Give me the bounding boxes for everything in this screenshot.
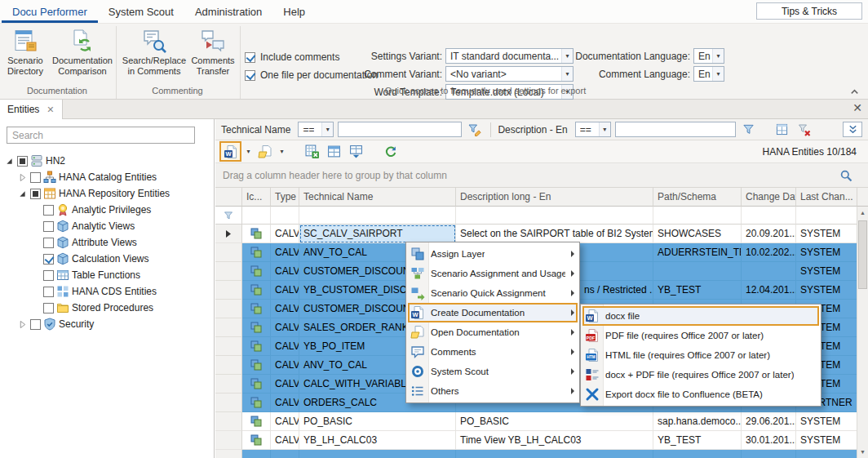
vertical-scrollbar[interactable]: ▲ ▼: [857, 207, 868, 458]
tree-checkbox[interactable]: [43, 287, 54, 297]
menu-item-open-documentation[interactable]: Open Documentation: [408, 322, 578, 342]
filter-clear-button[interactable]: [795, 122, 813, 138]
tree-checkbox[interactable]: [43, 303, 54, 313]
column-header-technical-name[interactable]: Technical Name: [299, 188, 456, 207]
scroll-thumb[interactable]: [858, 220, 867, 289]
menu-item-create-documentation[interactable]: WCreate Documentation: [408, 303, 578, 322]
tab-close-icon[interactable]: ✕: [46, 104, 54, 115]
filter-field1-input[interactable]: [338, 122, 462, 137]
comment-language-combo[interactable]: En▾: [693, 66, 724, 82]
create-docx-dropdown[interactable]: ▾: [244, 143, 253, 161]
filter-field2-input[interactable]: [615, 122, 736, 137]
open-documentation-button[interactable]: [255, 143, 275, 161]
tree-item-hana-cds-entities[interactable]: HANA CDS Entities: [0, 283, 214, 300]
column-header-type[interactable]: Type: [271, 188, 299, 207]
menu-item-docx-pdf-file-requires-office-2007-or-later[interactable]: docx + PDF file (requires Office 2007 or…: [582, 365, 819, 385]
tree-item-analytic-views[interactable]: Analytic Views: [0, 218, 214, 234]
menu-item-others[interactable]: Others: [408, 381, 578, 401]
filter-cell[interactable]: [796, 207, 857, 225]
menu-help[interactable]: Help: [272, 0, 316, 23]
export-excel-button[interactable]: [302, 143, 321, 161]
column-header-path-schema[interactable]: Path/Schema: [653, 188, 742, 207]
tree-item-table-functions[interactable]: Table Functions: [0, 267, 214, 283]
filter-layout-button[interactable]: [773, 122, 791, 138]
menu-item-pdf-file-requires-office-2007-or-later[interactable]: PDFPDF file (requires Office 2007 or lat…: [582, 326, 819, 345]
filter-cell[interactable]: [271, 207, 299, 225]
column-header-ic[interactable]: Ic...: [242, 188, 271, 207]
tree-item-stored-procedures[interactable]: Stored Procedures: [0, 300, 214, 316]
tree-checkbox[interactable]: [43, 270, 54, 281]
filter-field1-operator[interactable]: ==▾: [298, 122, 334, 137]
group-by-bar[interactable]: Drag a column header here to group by th…: [215, 163, 868, 188]
comment-variant-combo[interactable]: <No variant>▾: [445, 66, 574, 82]
filter-cell[interactable]: [653, 207, 742, 225]
search-grid-icon[interactable]: [839, 169, 852, 182]
scenario-directory-button[interactable]: ScenarioDirectory: [2, 25, 49, 89]
comments-transfer-button[interactable]: CommentsTransfer: [188, 25, 238, 89]
table-row[interactable]: [215, 450, 857, 458]
checkbox-include-comments[interactable]: Include comments: [245, 51, 339, 63]
scroll-up-icon[interactable]: ▲: [857, 207, 868, 219]
filter-edit-button[interactable]: [466, 122, 484, 138]
tree-item-hana-repository-entities[interactable]: HANA Repository Entities: [0, 185, 214, 202]
tree-checkbox[interactable]: [30, 172, 41, 183]
menu-item-export-docx-file-to-confluence-beta[interactable]: Export docx file to Confluence (BETA): [582, 385, 819, 404]
expander-open-icon[interactable]: [3, 155, 15, 167]
menu-item-comments[interactable]: Comments: [408, 342, 578, 362]
menu-item-assign-layer[interactable]: Assign Layer: [408, 244, 578, 264]
menu-docu-performer[interactable]: Docu Performer: [2, 0, 98, 23]
search-input[interactable]: [7, 127, 195, 144]
tree-checkbox[interactable]: [30, 189, 41, 199]
table-row-po-basic[interactable]: CALVPO_BASICPO_BASICsap.hana.democo...29…: [215, 412, 857, 431]
tree-item-security[interactable]: Security: [0, 316, 214, 332]
table-row-yb-lh-calc03[interactable]: CALVYB_LH_CALC03Time View YB_LH_CALC03YB…: [215, 431, 857, 450]
checkbox-box-icon[interactable]: [245, 52, 255, 63]
tree-item-analytic-privileges[interactable]: Analytic Privileges: [0, 202, 214, 218]
menu-administration[interactable]: Administration: [184, 0, 272, 23]
filter-apply-button[interactable]: [740, 122, 758, 138]
export-grid-button[interactable]: [346, 143, 365, 161]
documentation-language-combo[interactable]: En▾: [693, 48, 724, 64]
tree-checkbox[interactable]: [43, 254, 54, 265]
expander-open-icon[interactable]: [16, 188, 28, 199]
grid-view-button[interactable]: [324, 143, 343, 161]
tree-checkbox[interactable]: [43, 238, 54, 248]
column-header-change-date[interactable]: Change Date: [742, 188, 796, 207]
documentation-comparison-button[interactable]: DocumentationComparison: [51, 25, 114, 89]
filter-field2-operator[interactable]: ==▾: [575, 122, 611, 137]
filter-cell[interactable]: [242, 207, 271, 225]
tab-entities[interactable]: Entities ✕: [0, 100, 63, 119]
menu-item-scenario-quick-assignment[interactable]: Scenario Quick Assignment: [408, 283, 578, 303]
expander-closed-icon[interactable]: [16, 171, 28, 183]
tree-item-calculation-views[interactable]: Calculation Views: [0, 251, 214, 267]
tree-checkbox[interactable]: [43, 221, 54, 232]
scroll-down-icon[interactable]: ▼: [857, 446, 868, 458]
tree-item-attribute-views[interactable]: Attribute Views: [0, 234, 214, 251]
open-documentation-dropdown[interactable]: ▾: [277, 143, 286, 161]
tree-checkbox[interactable]: [17, 156, 28, 167]
tips-tricks-button[interactable]: Tips & Tricks: [756, 2, 862, 20]
menu-item-system-scout[interactable]: System Scout: [408, 362, 578, 381]
menu-item-html-file-requires-office-2007-or-later[interactable]: HTMHTML file (requires Office 2007 or la…: [582, 345, 819, 365]
ribbon-collapse-button[interactable]: [845, 86, 863, 98]
tree-checkbox[interactable]: [43, 205, 54, 216]
pane-close-icon[interactable]: ✕: [852, 102, 862, 113]
tree-checkbox[interactable]: [30, 319, 41, 330]
filter-expand-button[interactable]: [843, 122, 862, 137]
menu-item-scenario-assignment-and-usage[interactable]: Scenario Assignment and Usage: [408, 264, 578, 283]
column-header-description-long-en[interactable]: Description long - En: [456, 188, 653, 207]
filter-cell[interactable]: [742, 207, 796, 225]
filter-cell[interactable]: [299, 207, 456, 225]
table-row-sc-calv-sairport[interactable]: CALVSC_CALV_SAIRPORTSelect on the SAIRPO…: [215, 225, 857, 243]
menu-system-scout[interactable]: System Scout: [98, 0, 184, 23]
search-replace-in-comments-button[interactable]: Search/Replacein Comments: [122, 25, 186, 89]
create-docx-button[interactable]: W: [219, 141, 241, 162]
menu-item-docx-file[interactable]: Wdocx file: [582, 306, 819, 326]
column-header-last-chan[interactable]: Last Chan...: [796, 188, 857, 207]
tree-item-hana-catalog-entities[interactable]: HANA Catalog Entities: [0, 169, 214, 185]
refresh-button[interactable]: [381, 143, 401, 161]
tree-item-hn2[interactable]: HN2: [0, 153, 214, 169]
settings-variant-combo[interactable]: IT standard documenta...▾: [445, 48, 574, 64]
checkbox-box-icon[interactable]: [245, 70, 255, 81]
filter-cell[interactable]: [456, 207, 653, 225]
